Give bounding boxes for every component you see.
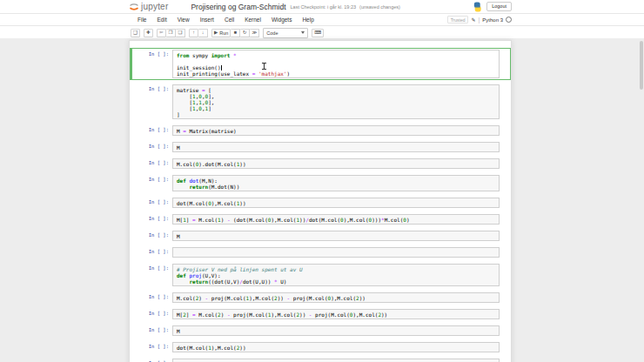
toolbar-move-up-button[interactable]: ↑ xyxy=(189,29,198,37)
cell-prompt: In [ ]: xyxy=(132,359,172,362)
toolbar-restart-run-all-button[interactable]: ≫ xyxy=(250,29,259,37)
toolbar-copy-button[interactable]: ❐ xyxy=(166,29,176,37)
notebook-title[interactable]: Projisering og Gram-Schmidt xyxy=(191,3,285,11)
jupyter-logo[interactable]: jupyter xyxy=(129,2,168,12)
code-cell[interactable]: In [ ]:M = Matrix(matrise) xyxy=(130,124,511,137)
cell-input[interactable]: def dot(M,N): return(M.dot(N)) xyxy=(172,175,500,191)
code-line: matrise = [ xyxy=(177,87,495,93)
toolbar-restart-button[interactable]: ↻ xyxy=(240,29,250,37)
cell-prompt: In [ ]: xyxy=(132,247,172,255)
notebook-container: In [ ]:from sympy import *init_session()… xyxy=(129,40,512,362)
code-line: M.col(2) - proj(M.col(1),M.col(2)) - pro… xyxy=(177,295,495,301)
kernel-name: Python 3 xyxy=(482,17,503,23)
menu-cell[interactable]: Cell xyxy=(219,17,239,23)
paste-icon: ❏ xyxy=(178,30,183,36)
code-cell[interactable]: In [ ]:matrise = [ [1,0,0], [1,1,0], [1,… xyxy=(130,83,511,121)
cell-input[interactable]: M[1] = M.col(1) - (dot(M.col(0),M.col(1)… xyxy=(172,214,500,225)
cell-input[interactable]: M xyxy=(172,325,500,336)
cell-type-select[interactable]: Code xyxy=(263,28,308,38)
menu-file[interactable]: File xyxy=(132,17,151,23)
cell-prompt: In [ ]: xyxy=(132,158,172,166)
toolbar-stop-button[interactable]: ■ xyxy=(231,29,240,37)
cell-input[interactable]: M.col(2) - proj(M.col(1),M.col(2)) - pro… xyxy=(172,292,500,303)
code-line xyxy=(177,58,495,64)
code-line: M xyxy=(177,233,495,239)
toolbar-add-cell-button[interactable]: ✚ xyxy=(144,29,153,37)
logout-button[interactable]: Logout xyxy=(486,2,512,12)
trusted-badge[interactable]: Trusted xyxy=(447,16,469,23)
code-cell[interactable]: In [ ]:M xyxy=(130,140,511,154)
keyboard-icon: ⌨ xyxy=(314,30,321,36)
cell-input[interactable]: from sympy import *init_session()init_pr… xyxy=(172,50,500,78)
cell-input[interactable]: dot(M.col(1),M.col(2)) xyxy=(172,342,500,352)
cell-prompt: In [ ]: xyxy=(132,342,172,350)
code-line: M[2] = M.col(2) - proj(M.col(1),M.col(2)… xyxy=(177,312,495,318)
code-cell[interactable]: In [ ]:dot(M.col(0),M.col(1)) xyxy=(130,196,511,210)
cell-prompt: In [ ]: xyxy=(132,84,172,92)
stop-icon: ■ xyxy=(234,30,237,36)
code-cell[interactable]: In [ ]:M xyxy=(130,324,511,338)
cell-input[interactable]: dot(M.col(0),M.col(1)) xyxy=(172,198,500,208)
cell-type-value: Code xyxy=(266,30,278,36)
vertical-scrollbar-thumb[interactable] xyxy=(640,41,643,90)
menu-insert[interactable]: Insert xyxy=(195,17,219,23)
code-cell[interactable]: In [ ]:# Projiser V ned på linjen spent … xyxy=(130,262,511,288)
code-cell[interactable]: In [ ]: xyxy=(130,245,511,259)
toolbar-run-button[interactable]: ▶Run xyxy=(211,29,231,37)
checkpoint-status: Last Checkpoint: i går kl. 19:23 xyxy=(291,4,357,10)
run-icon: ▶ xyxy=(214,30,218,36)
jupyter-notebook-app: jupyter Projisering og Gram-Schmidt Last… xyxy=(0,0,644,40)
code-cell[interactable]: In [ ]:M xyxy=(130,229,511,243)
toolbar-save-button[interactable]: ❑ xyxy=(131,29,140,37)
code-cell[interactable]: In [ ]:M[2] = M.col(2) - proj(M.col(1),M… xyxy=(130,307,511,321)
cell-prompt: In [ ]: xyxy=(132,292,172,300)
toolbar-group: ↑↓ xyxy=(189,29,208,37)
code-line: dot(M.col(0),M.col(1)) xyxy=(177,200,495,206)
code-line: M xyxy=(177,328,495,334)
code-line: [1,0,1] xyxy=(177,105,495,111)
save-icon: ❑ xyxy=(133,30,138,36)
code-line: def proj(U,V): xyxy=(177,272,495,278)
cell-prompt: In [ ]: xyxy=(132,309,172,317)
copy-icon: ❐ xyxy=(169,30,173,36)
cell-input[interactable]: matrise = [ [1,0,0], [1,1,0], [1,0,1]] xyxy=(172,84,500,119)
code-cell[interactable]: In [ ]:M[1] = M.col(1) - (dot(M.col(0),M… xyxy=(130,212,511,226)
menu-help[interactable]: Help xyxy=(297,17,319,23)
code-line: def dot(M,N): xyxy=(177,178,495,184)
code-line: [1,1,0], xyxy=(177,99,495,105)
cell-input[interactable]: M = Matrix(matrise) xyxy=(172,125,500,136)
code-cell[interactable]: In [ ]:def dot(M,N): return(M.dot(N)) xyxy=(130,173,511,193)
cell-input[interactable]: M[2] = M.col(2) - proj(M.col(1),M.col(2)… xyxy=(172,309,500,319)
menu-kernel[interactable]: Kernel xyxy=(239,17,266,23)
code-cell[interactable]: In [ ]:M.col(0).dot(M.col(1)) xyxy=(130,157,511,171)
code-line: ] xyxy=(177,111,495,117)
code-cell[interactable]: In [ ]:M.col(2) - proj(M.col(1),M.col(2)… xyxy=(130,291,511,305)
cell-input[interactable] xyxy=(172,359,500,362)
toolbar-paste-button[interactable]: ❏ xyxy=(176,29,185,37)
restart-icon: ↻ xyxy=(243,30,247,36)
code-cell[interactable]: In [ ]: xyxy=(130,357,511,362)
command-palette-button[interactable]: ⌨ xyxy=(312,29,324,37)
code-line: return(M.dot(N)) xyxy=(177,184,495,190)
cell-input[interactable]: M.col(0).dot(M.col(1)) xyxy=(172,158,500,169)
toolbar-group: ✂❐❏ xyxy=(157,29,185,37)
cell-prompt: In [ ]: xyxy=(132,214,172,222)
code-cell[interactable]: In [ ]:from sympy import *init_session()… xyxy=(130,48,511,80)
cell-input[interactable]: M xyxy=(172,231,500,241)
toolbar-move-down-button[interactable]: ↓ xyxy=(198,29,208,37)
toolbar-cut-button[interactable]: ✂ xyxy=(157,29,166,37)
menu-widgets[interactable]: Widgets xyxy=(266,17,297,23)
cell-input[interactable] xyxy=(172,247,500,258)
header-right: Logout xyxy=(473,0,512,13)
cell-input[interactable]: M xyxy=(172,142,500,152)
code-cell[interactable]: In [ ]:dot(M.col(1),M.col(2)) xyxy=(130,340,511,354)
autosave-status: (unsaved changes) xyxy=(359,4,400,10)
menubar-right: Trusted ✎ | Python 3 xyxy=(447,16,512,23)
toolbar-group: ▶Run■↻≫ xyxy=(211,29,259,37)
cell-prompt: In [ ]: xyxy=(132,50,172,57)
menu-view[interactable]: View xyxy=(172,17,195,23)
menu-edit[interactable]: Edit xyxy=(151,17,171,23)
cell-input[interactable]: # Projiser V ned på linjen spent ut av U… xyxy=(172,264,500,286)
cell-prompt: In [ ]: xyxy=(132,125,172,133)
jupyter-logo-text: jupyter xyxy=(141,2,168,11)
